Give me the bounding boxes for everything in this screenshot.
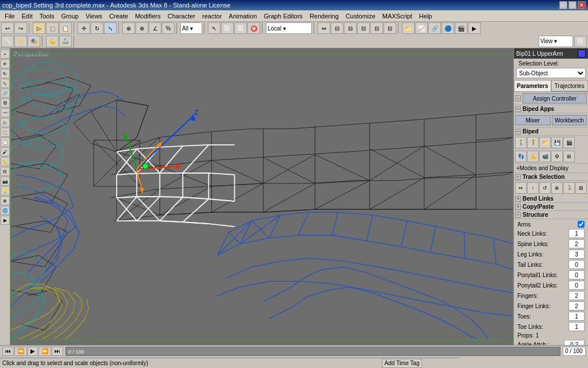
select-object-button[interactable]: ↖ (208, 22, 220, 34)
timeline-slider[interactable]: 0 / 100 (65, 347, 560, 356)
ts-icon6[interactable]: ⊞ (575, 182, 587, 194)
lt-create[interactable]: + (1, 49, 10, 59)
biped-icon-load[interactable]: 📂 (539, 137, 551, 148)
biped-icon-settings[interactable]: ⚙ (551, 151, 563, 162)
biped-icon-extra[interactable]: ⊞ (563, 151, 575, 162)
select-by-name-button[interactable]: 📋 (59, 22, 72, 34)
mirror-button[interactable]: ⇔ (318, 22, 330, 34)
lt-align[interactable]: ⊟ (1, 167, 10, 176)
lt-unlink[interactable]: ⛓ (1, 98, 10, 108)
biped-collapse[interactable]: − (515, 129, 521, 135)
viewport[interactable]: Perspective (10, 48, 513, 345)
close-button[interactable]: ✕ (578, 1, 586, 9)
lt-select-name[interactable]: 📋 (1, 137, 10, 147)
fingers-input[interactable] (568, 291, 585, 300)
rotate-button[interactable]: ↻ (91, 22, 103, 34)
lt-light[interactable]: 💡 (1, 186, 10, 195)
layer-manager-button[interactable]: 📁 (402, 22, 415, 34)
bend-links-collapse[interactable]: + (515, 196, 521, 202)
finger-links-input[interactable] (568, 301, 585, 310)
ponytail1-input[interactable] (568, 270, 585, 279)
modes-display-row[interactable]: +Modes and Display (514, 163, 588, 173)
menu-reactor[interactable]: reactor (199, 12, 225, 21)
toe-links-input[interactable] (568, 322, 585, 331)
render-setup-button[interactable]: 🎬 (455, 22, 467, 34)
biped-icon-motion[interactable]: 🎬 (563, 137, 575, 148)
structure-collapse[interactable]: − (515, 212, 521, 218)
lt-link[interactable]: 🔗 (1, 89, 10, 98)
lt-paint[interactable]: 🖌 (1, 147, 10, 156)
go-end-button[interactable]: ⏭ (52, 347, 63, 356)
align-view-button[interactable]: ⊟ (344, 22, 357, 34)
angle-snap-button[interactable]: ∠ (149, 22, 161, 34)
assign-controller-collapse[interactable]: − (515, 95, 521, 101)
ponytail2-input[interactable] (568, 281, 585, 290)
next-frame-button[interactable]: ⏩ (38, 347, 51, 356)
normal-align-button[interactable]: ⊟ (357, 22, 370, 34)
object-color-box[interactable] (578, 49, 586, 57)
prev-frame-button[interactable]: ⏪ (14, 347, 27, 356)
lt-scale[interactable]: ⤡ (1, 79, 10, 88)
arms-checkbox[interactable] (578, 221, 585, 228)
play-button[interactable]: ▶ (28, 347, 38, 356)
menu-help[interactable]: Help (416, 12, 436, 21)
tail-links-input[interactable] (568, 260, 585, 269)
lt-rotate[interactable]: ↻ (1, 69, 10, 78)
ts-icon4[interactable]: ⊕ (551, 182, 563, 194)
menu-views[interactable]: Views (82, 12, 106, 21)
mixer-button[interactable]: Mixer (515, 115, 551, 125)
menu-character[interactable]: Character (164, 12, 199, 21)
biped-apps-collapse[interactable]: − (515, 106, 521, 112)
spine-links-input[interactable] (568, 239, 585, 248)
named-selection-dropdown[interactable]: Local ▾ (266, 22, 312, 34)
lt-dim[interactable]: 📐 (1, 157, 10, 166)
workbench-button[interactable]: Workbench (552, 115, 587, 125)
biped-tb3[interactable]: 🎭 (28, 36, 40, 47)
lt-camera[interactable]: 📷 (1, 177, 10, 186)
physique-tb1[interactable]: 💪 (46, 36, 59, 47)
menu-customize[interactable]: Customize (342, 12, 379, 21)
undo-button[interactable]: ↩ (1, 22, 14, 34)
assign-controller-button[interactable]: Assign Controller (523, 93, 587, 103)
ts-icon3[interactable]: ↺ (539, 182, 551, 194)
menu-graph-editors[interactable]: Graph Editors (260, 12, 306, 21)
menu-group[interactable]: Group (57, 12, 82, 21)
tab-parameters[interactable]: Parameters (514, 80, 551, 91)
menu-maxscript[interactable]: MAXScript (379, 12, 416, 21)
biped-icon-walk[interactable]: 🚶 (515, 137, 527, 148)
redo-button[interactable]: ↪ (14, 22, 27, 34)
render-btn[interactable]: ⬜ (574, 36, 587, 47)
menu-modifiers[interactable]: Modifiers (131, 12, 164, 21)
physique-tb2[interactable]: 🦾 (59, 36, 72, 47)
select-lasso-button[interactable]: ⭕ (247, 22, 260, 34)
menu-edit[interactable]: Edit (18, 12, 36, 21)
ts-icon2[interactable]: ↑ (527, 182, 539, 194)
align-button[interactable]: ⊟ (331, 22, 343, 34)
select-poly-button[interactable]: ⬜ (221, 22, 234, 34)
minimize-button[interactable]: — (559, 1, 567, 9)
lt-render[interactable]: ▶ (1, 216, 10, 225)
snap2d-button[interactable]: ⊕ (122, 22, 135, 34)
biped-tb2[interactable]: ⚡ (14, 36, 27, 47)
lt-helper[interactable]: ⊕ (1, 196, 10, 205)
view-dropdown[interactable]: View ▾ (539, 36, 573, 47)
copy-paste-collapse[interactable]: + (515, 204, 521, 210)
percent-snap-button[interactable]: % (162, 22, 175, 34)
curve-editor-button[interactable]: 📈 (415, 22, 428, 34)
select-button[interactable]: ▷ (33, 22, 45, 34)
leg-links-input[interactable] (568, 250, 585, 259)
add-time-tag-button[interactable]: Add Time Tag (382, 359, 423, 368)
track-selection-collapse[interactable]: − (515, 174, 521, 180)
sub-object-dropdown[interactable]: Sub-Object (516, 68, 586, 78)
biped-icon-save[interactable]: 💾 (551, 137, 563, 148)
menu-file[interactable]: File (1, 12, 18, 21)
neck-links-input[interactable] (568, 229, 585, 238)
quick-render-button[interactable]: ▶ (468, 22, 481, 34)
toes-input[interactable] (568, 312, 585, 321)
menu-rendering[interactable]: Rendering (306, 12, 342, 21)
lt-move[interactable]: ✛ (1, 59, 10, 68)
material-editor-button[interactable]: 🔵 (442, 22, 454, 34)
go-start-button[interactable]: ⏮ (2, 347, 14, 356)
biped-tb1[interactable]: 🦴 (1, 36, 14, 47)
select-region-button[interactable]: ⬚ (46, 22, 59, 34)
